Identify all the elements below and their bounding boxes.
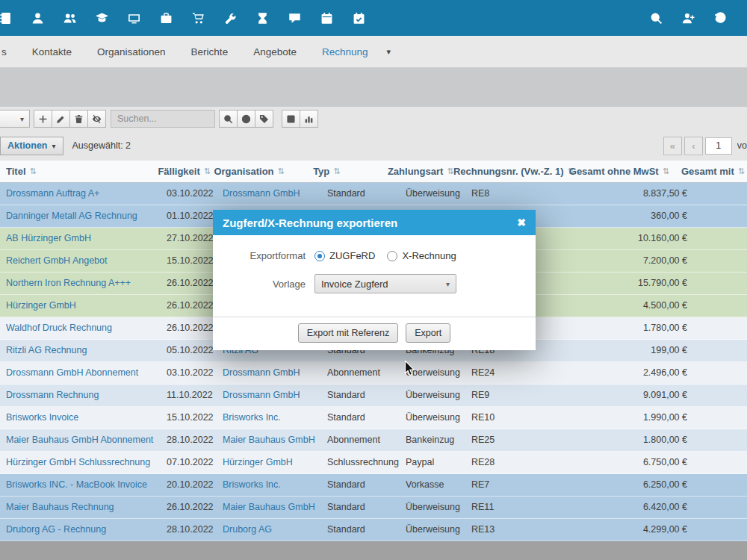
aktionen-dropdown-button[interactable]: Aktionen ▾ — [0, 137, 63, 155]
aktionen-label: Aktionen — [7, 140, 47, 151]
cell-titel[interactable]: Waldhof Druck Rechnung — [0, 317, 161, 339]
cell-faelligkeit: 15.10.2022 — [161, 250, 217, 272]
go-button[interactable] — [237, 110, 255, 128]
cell-titel[interactable]: Drossmann Rechnung — [0, 385, 161, 406]
vorlage-select[interactable]: Invoice Zugferd ▾ — [314, 274, 456, 293]
prev-page-button[interactable]: ‹ — [684, 137, 703, 155]
export-mit-referenz-button[interactable]: Export mit Referenz — [298, 323, 398, 343]
cell-organisation[interactable]: Brisworks Inc. — [217, 407, 321, 429]
history-button[interactable] — [704, 0, 737, 36]
first-page-button[interactable]: « — [663, 137, 682, 155]
sort-icon[interactable]: ⇅ — [663, 167, 669, 176]
user-button[interactable] — [22, 0, 54, 36]
tag-button[interactable] — [255, 110, 273, 128]
briefcase-button[interactable] — [150, 0, 182, 36]
cell-organisation[interactable]: Drossmann GmbH — [217, 362, 321, 384]
tab-berichte[interactable]: Berichte — [179, 46, 241, 57]
sort-icon[interactable]: ⇅ — [333, 167, 340, 176]
column-header-brutto[interactable]: Gesamt mit⇅ — [675, 161, 747, 182]
user-plus-button[interactable] — [672, 0, 704, 36]
chevron-down-icon[interactable]: ▾ — [387, 47, 391, 57]
cell-titel[interactable]: Ritzli AG Rechnung — [0, 340, 161, 361]
cell-organisation[interactable]: Brisworks Inc. — [217, 474, 321, 496]
table-row[interactable]: Maier Bauhaus GmbH Abonnement28.10.2022M… — [0, 429, 747, 452]
search-input[interactable] — [111, 110, 215, 128]
cell-titel[interactable]: Danninger Metall AG Rechnung — [0, 205, 161, 227]
cell-titel[interactable]: Hürzinger GmbH — [0, 295, 161, 317]
cell-organisation[interactable]: Drossmann GmbH — [217, 385, 321, 406]
cell-titel[interactable]: Brisworks INC. - MacBook Invoice — [0, 474, 161, 496]
cell-organisation[interactable]: Maier Bauhaus GmbH — [217, 497, 321, 518]
column-label: Rechnungsnr. (Vw.-Z. 1) — [453, 166, 564, 177]
cell-titel[interactable]: Hürzinger GmbH Schlussrechnung — [0, 452, 161, 473]
cell-titel[interactable]: Brisworks Invoice — [0, 407, 161, 429]
wrench-button[interactable] — [214, 0, 247, 36]
cell-titel[interactable]: Maier Bauhaus Rechnung — [0, 497, 161, 518]
search-button[interactable] — [219, 110, 238, 128]
cell-titel[interactable]: Reichert GmbH Angebot — [0, 250, 161, 272]
sort-icon[interactable]: ⇅ — [738, 167, 745, 176]
page-number-input[interactable] — [705, 137, 732, 155]
cell-faelligkeit: 15.10.2022 — [161, 407, 217, 429]
cell-titel[interactable]: Maier Bauhaus GmbH Abonnement — [0, 429, 161, 451]
cell-titel[interactable]: Drossmann Auftrag A+ — [0, 183, 161, 205]
add-record-button[interactable] — [34, 110, 52, 128]
column-header-zahlungsart[interactable]: Zahlungsart⇅ — [382, 161, 447, 182]
column-header-titel[interactable]: Titel⇅ — [0, 161, 152, 182]
cell-organisation[interactable]: Drossmann GmbH — [217, 183, 321, 205]
cell-titel[interactable]: Northern Iron Rechnung A+++ — [0, 273, 161, 294]
edit-record-button[interactable] — [52, 110, 70, 128]
calendar-check-button[interactable] — [343, 0, 375, 36]
id-card-button[interactable] — [118, 0, 150, 36]
table-row[interactable]: Brisworks INC. - MacBook Invoice20.10.20… — [0, 474, 747, 497]
cell-organisation[interactable]: Hürzinger GmbH — [217, 452, 321, 473]
cart-button[interactable] — [182, 0, 214, 36]
table-row[interactable]: Brisworks Invoice15.10.2022Brisworks Inc… — [0, 407, 747, 429]
table-row[interactable]: Drossmann GmbH Abonnement03.10.2022Dross… — [0, 362, 747, 385]
table-row[interactable]: Hürzinger GmbH Schlussrechnung07.10.2022… — [0, 452, 747, 474]
tab-kontakte[interactable]: Kontakte — [19, 46, 84, 57]
cell-organisation[interactable]: Druborg AG — [217, 519, 321, 541]
export-button[interactable]: Export — [406, 323, 450, 343]
column-header-rechnungsnr[interactable]: Rechnungsnr. (Vw.-Z. 1)⇅ — [447, 161, 567, 182]
column-header-organisation[interactable]: Organisation⇅ — [208, 161, 307, 182]
tab-organisationen[interactable]: Organisationen — [84, 46, 179, 57]
close-icon[interactable]: ✖ — [517, 217, 526, 228]
column-header-typ[interactable]: Typ⇅ — [307, 161, 382, 182]
column-header-netto[interactable]: Gesamt ohne MwSt⇅ — [567, 161, 675, 182]
radio-zugferd[interactable]: ZUGFeRD — [314, 250, 375, 261]
comment-button[interactable] — [279, 0, 311, 36]
table-row[interactable]: Drossmann Auftrag A+03.10.2022Drossmann … — [0, 183, 747, 205]
radio-unselected-icon[interactable] — [387, 251, 397, 261]
table-row[interactable]: Drossmann Rechnung11.10.2022Drossmann Gm… — [0, 385, 747, 407]
cell-netto: 1.800,00 € — [585, 429, 693, 451]
hourglass-button[interactable] — [247, 0, 279, 36]
users-button[interactable] — [54, 0, 86, 36]
calendar-button[interactable] — [311, 0, 343, 36]
cell-brutto — [693, 183, 747, 205]
tab-s[interactable]: s — [0, 46, 19, 57]
sort-icon[interactable]: ⇅ — [30, 167, 37, 176]
cell-rechnungsnr: RE13 — [465, 519, 585, 541]
radio-x-rechnung[interactable]: X-Rechnung — [387, 250, 456, 261]
graduation-cap-button[interactable] — [86, 0, 118, 36]
table-row[interactable]: Maier Bauhaus Rechnung26.10.2022Maier Ba… — [0, 497, 747, 519]
address-book-button[interactable] — [0, 0, 22, 36]
cell-titel[interactable]: AB Hürzinger GmbH — [0, 228, 161, 249]
cell-titel[interactable]: Druborg AG - Rechnung — [0, 519, 161, 541]
chart-view-button[interactable] — [300, 110, 318, 128]
search-button[interactable] — [640, 0, 672, 36]
select-columns-button[interactable] — [282, 110, 300, 128]
delete-record-button[interactable] — [69, 110, 88, 128]
layout-dropdown-button[interactable]: ▾ — [0, 110, 30, 128]
table-row[interactable]: Druborg AG - Rechnung28.10.2022Druborg A… — [0, 519, 747, 541]
hide-record-button[interactable] — [87, 110, 106, 128]
cell-titel[interactable]: Drossmann GmbH Abonnement — [0, 362, 161, 384]
cell-organisation[interactable]: Maier Bauhaus GmbH — [217, 429, 321, 451]
radio-selected-icon[interactable] — [314, 251, 325, 261]
column-header-faelligkeit[interactable]: Fälligkeit⇅ — [152, 161, 208, 182]
tab-rechnung[interactable]: Rechnung — [309, 46, 381, 57]
vorlage-row: Vorlage Invoice Zugferd ▾ — [228, 274, 521, 293]
tab-angebote[interactable]: Angebote — [241, 46, 309, 57]
sort-icon[interactable]: ⇅ — [278, 167, 285, 176]
